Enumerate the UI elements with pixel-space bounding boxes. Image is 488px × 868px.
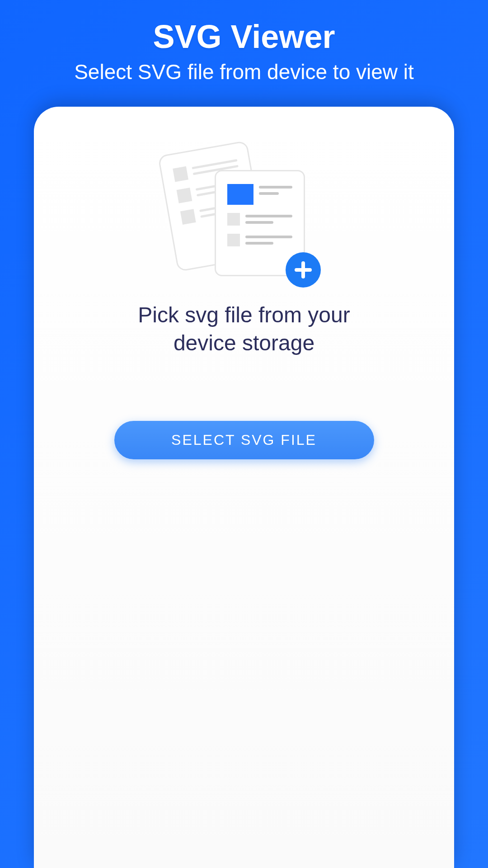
app-subtitle: Select SVG file from device to view it [0, 60, 488, 84]
documents-illustration [167, 147, 321, 288]
svg-rect-1 [295, 268, 312, 272]
plus-icon [286, 252, 321, 288]
app-title: SVG Viewer [0, 18, 488, 55]
main-card: Pick svg file from your device storage S… [34, 107, 454, 868]
app-header: SVG Viewer Select SVG file from device t… [0, 0, 488, 107]
instruction-text: Pick svg file from your device storage [127, 301, 361, 358]
select-svg-file-button[interactable]: SELECT SVG FILE [114, 421, 374, 459]
